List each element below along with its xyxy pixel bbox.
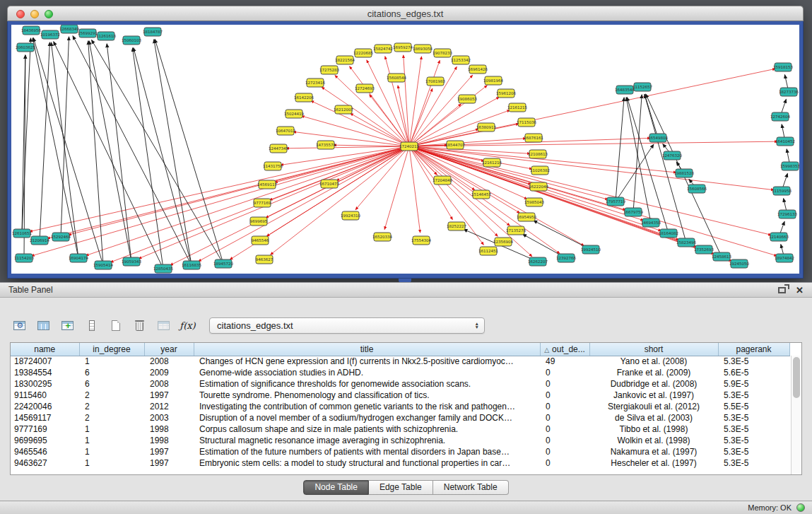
table-cell[interactable]: 1 [79,424,144,435]
delete-table-button[interactable] [130,316,149,334]
network-node[interactable]: 12723416 [305,78,325,87]
citation-edge-red[interactable] [409,60,440,146]
network-node[interactable]: 12108613 [528,150,548,158]
network-node[interactable]: 15608544 [387,74,406,82]
network-node[interactable]: 16116835 [182,261,201,269]
table-cell[interactable]: 9115460 [11,390,79,401]
network-node[interactable]: 18164082 [659,229,678,238]
network-node[interactable]: 20603625 [16,43,35,52]
network-node[interactable]: 17240213 [399,142,419,151]
table-cell[interactable]: 2009 [144,367,194,378]
network-node[interactable]: 19086053 [457,95,477,103]
network-node[interactable]: 12140663 [769,233,789,241]
close-panel-icon[interactable]: ✕ [796,286,804,295]
citation-edge-red[interactable] [86,146,409,255]
network-node[interactable]: 19078233 [433,49,452,57]
scrollbar-thumb[interactable] [793,357,800,398]
import-table-button[interactable] [154,316,173,334]
table-cell[interactable]: Estimation of significance thresholds fo… [194,378,540,390]
table-cell[interactable]: 5.9E-5 [718,378,789,390]
network-node[interactable]: 19924510 [581,245,601,254]
table-cell[interactable]: 1997 [144,446,194,457]
network-node[interactable]: 17352693 [694,245,714,254]
network-node[interactable]: 19881528 [674,169,694,177]
network-node[interactable]: 16954950 [517,213,536,221]
table-cell[interactable]: Estimation of the future numbers of pati… [194,446,540,457]
network-node[interactable]: 15823496 [676,238,696,247]
table-cell[interactable]: 22420046 [11,401,79,412]
table-cell[interactable]: 5.6E-5 [718,367,789,378]
network-node[interactable]: 16380913 [476,123,496,132]
table-cell[interactable]: Changes of HCN gene expression and I(f) … [194,356,540,367]
new-column-button[interactable]: + [58,316,77,334]
citation-edge-red[interactable] [69,146,409,235]
table-cell[interactable]: 2 [79,401,144,412]
table-cell[interactable]: 5.3E-5 [718,435,789,446]
citation-edge-red[interactable] [409,57,421,146]
citation-edge-red[interactable] [47,146,409,238]
network-node[interactable]: 16520334 [372,233,392,241]
network-node[interactable]: 16961426 [468,65,488,74]
table-cell[interactable]: 0 [540,435,589,446]
column-header-in_degree[interactable]: in_degree [79,343,144,356]
table-row[interactable]: 946362711997Embryonic stem cells: a mode… [11,457,789,469]
tab-network-table[interactable]: Network Table [433,480,509,495]
network-node[interactable]: 18221564 [335,56,355,64]
network-node[interactable]: 11154203 [14,254,34,262]
table-cell[interactable]: Genome-wide association studies in ADHD. [194,367,540,378]
network-node[interactable]: 15024419 [284,110,304,118]
citation-edge-red[interactable] [409,146,420,233]
network-node[interactable]: 15905414 [93,261,113,269]
citation-edge[interactable] [73,36,192,265]
table-cell[interactable]: 2 [79,412,144,424]
network-node[interactable]: 15998353 [780,162,799,170]
table-cell[interactable]: 5.3E-5 [718,356,789,367]
network-node[interactable]: 18252227 [447,222,466,230]
network-node[interactable]: 16112451 [478,247,498,255]
network-node[interactable]: 19245050 [729,259,749,268]
table-row[interactable]: 1830029562008Estimation of significance … [11,378,789,390]
network-node[interactable]: 16410452 [775,137,795,146]
network-node[interactable]: 9465546 [252,236,269,245]
close-window-button[interactable] [16,10,25,18]
network-node[interactable]: 17957719 [606,197,625,206]
column-header-pagerank[interactable]: pagerank [718,343,789,356]
network-node[interactable]: 16959274 [393,43,413,52]
citation-edge-red[interactable] [322,87,409,146]
citation-edge[interactable] [154,40,192,265]
new-table-button[interactable] [106,316,125,334]
network-node[interactable]: 12220685 [353,49,373,57]
table-cell[interactable]: 0 [540,446,589,457]
table-cell[interactable]: 0 [540,401,589,412]
network-node[interactable]: 15608566 [687,185,707,193]
table-cell[interactable]: 19384554 [11,367,79,378]
table-cell[interactable]: 2008 [144,356,194,367]
network-node[interactable]: 11431756 [263,162,283,170]
network-node[interactable]: 10981964 [483,76,503,85]
network-node[interactable]: 15060103 [122,36,141,45]
citation-edge[interactable] [626,98,651,223]
table-cell[interactable]: 2 [79,390,144,401]
table-cell[interactable]: Disruption of a novel member of a sodium… [194,412,540,424]
network-node[interactable]: 15961206 [496,89,516,98]
column-header-year[interactable]: year [144,343,194,356]
network-node[interactable]: 15985043 [524,198,544,206]
table-source-select[interactable]: citations_edges.txt ▲ ▼ [209,317,485,334]
network-node[interactable]: 12850435 [153,264,173,273]
citation-edge-red[interactable] [199,146,409,262]
network-node[interactable]: 17204848 [433,176,452,185]
table-cell[interactable]: 0 [540,457,589,469]
citation-edge[interactable] [534,221,591,250]
citation-edge-red[interactable] [409,86,487,146]
table-cell[interactable]: 18724007 [11,356,79,367]
network-node[interactable]: 11159958 [772,187,792,195]
network-node[interactable]: 12668349 [59,25,79,33]
citation-edge[interactable] [155,40,223,264]
citation-edge[interactable] [133,48,163,269]
table-cell[interactable]: 0 [540,378,589,390]
network-node[interactable]: 17081983 [425,77,445,86]
table-cell[interactable]: 1 [79,446,144,457]
network-node[interactable]: 14735574 [316,141,336,149]
citation-edge[interactable] [22,38,31,233]
table-cell[interactable]: 1997 [144,457,194,469]
